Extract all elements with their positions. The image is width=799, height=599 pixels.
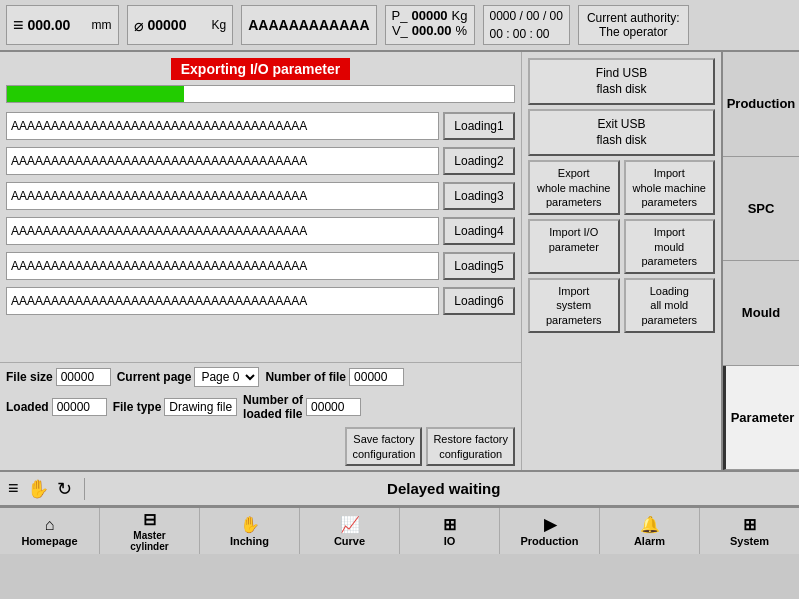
file-type-group: File type Drawing file [113, 398, 237, 416]
file-text-3: AAAAAAAAAAAAAAAAAAAAAAAAAAAAAAAAAAAAA [6, 182, 439, 210]
file-size-value: 00000 [56, 368, 111, 386]
file-size-label: File size [6, 370, 53, 384]
file-text-1: AAAAAAAAAAAAAAAAAAAAAAAAAAAAAAAAAAAAA [6, 112, 439, 140]
nav-curve-label: Curve [334, 535, 365, 547]
p-value: 00000 [411, 8, 447, 23]
export-whole-btn[interactable]: Export whole machine parameters [528, 160, 620, 215]
p-label: P_ [392, 8, 408, 23]
weight-value: 00000 [148, 17, 208, 33]
number-of-file-group: Number of file 00000 [265, 368, 404, 386]
file-row-1: AAAAAAAAAAAAAAAAAAAAAAAAAAAAAAAAAAAAA Lo… [6, 110, 515, 142]
import-whole-btn[interactable]: Import whole machine parameters [624, 160, 716, 215]
nav-alarm-label: Alarm [634, 535, 665, 547]
status-icon-2: ✋ [27, 478, 49, 500]
nav-master-cylinder-label: Master cylinder [130, 530, 168, 552]
tab-production[interactable]: Production [723, 52, 799, 157]
inching-icon: ✋ [240, 515, 260, 534]
main-area: Exporting I/O parameter AAAAAAAAAAAAAAAA… [0, 52, 799, 472]
time-block: 0000 / 00 / 00 00 : 00 : 00 [483, 5, 570, 45]
tab-spc[interactable]: SPC [723, 157, 799, 262]
action-row-2: Import I/O parameter Import mould parame… [528, 219, 715, 274]
loaded-label: Loaded [6, 400, 49, 414]
loaded-group: Loaded 00000 [6, 398, 107, 416]
homepage-icon: ⌂ [45, 516, 55, 534]
nav-tabs: Production SPC Mould Parameter [721, 52, 799, 470]
progress-bar-container [6, 85, 515, 103]
nav-inching-label: Inching [230, 535, 269, 547]
loading-btn-6[interactable]: Loading6 [443, 287, 515, 315]
io-icon: ⊞ [443, 515, 456, 534]
nav-system[interactable]: ⊞ System [700, 508, 799, 554]
status-icon-3: ↻ [57, 478, 72, 500]
import-io-btn[interactable]: Import I/O parameter [528, 219, 620, 274]
position-section: ≡ 000.00 mm [6, 5, 119, 45]
program-section: AAAAAAAAAAAA [241, 5, 376, 45]
status-icon-1: ≡ [8, 478, 19, 499]
load-all-mold-btn[interactable]: Loading all mold parameters [624, 278, 716, 333]
number-loaded-value: 00000 [306, 398, 361, 416]
authority-block: Current authority: The operator [578, 5, 689, 45]
file-row-6: AAAAAAAAAAAAAAAAAAAAAAAAAAAAAAAAAAAAA Lo… [6, 285, 515, 317]
status-divider [84, 478, 85, 500]
tab-parameter[interactable]: Parameter [723, 366, 799, 471]
nav-production[interactable]: ▶ Production [500, 508, 600, 554]
nav-io-label: IO [444, 535, 456, 547]
file-row-5: AAAAAAAAAAAAAAAAAAAAAAAAAAAAAAAAAAAAA Lo… [6, 250, 515, 282]
center-panel: Exporting I/O parameter AAAAAAAAAAAAAAAA… [0, 52, 521, 470]
nav-alarm[interactable]: 🔔 Alarm [600, 508, 700, 554]
bottom-info-area: File size 00000 Current page Page 0 Numb… [0, 362, 521, 470]
weight-section: ⌀ 00000 Kg [127, 5, 234, 45]
nav-homepage[interactable]: ⌂ Homepage [0, 508, 100, 554]
file-row-4: AAAAAAAAAAAAAAAAAAAAAAAAAAAAAAAAAAAAA Lo… [6, 215, 515, 247]
date-value: 0000 / 00 / 00 [490, 7, 563, 25]
loading-btn-5[interactable]: Loading5 [443, 252, 515, 280]
nav-master-cylinder[interactable]: ⊟ Master cylinder [100, 508, 200, 554]
time-value: 00 : 00 : 00 [490, 25, 563, 43]
number-of-file-value: 00000 [349, 368, 404, 386]
config-buttons: Save factory configuration Restore facto… [345, 427, 515, 466]
production-icon: ▶ [544, 515, 556, 534]
p-unit: Kg [452, 8, 468, 23]
number-loaded-label: Number of loaded file [243, 393, 303, 421]
right-sidebar: Find USB flash disk Exit USB flash disk … [521, 52, 721, 470]
position-unit: mm [92, 18, 112, 32]
progress-bar-fill [7, 86, 184, 102]
save-factory-btn[interactable]: Save factory configuration [345, 427, 422, 466]
nav-curve[interactable]: 📈 Curve [300, 508, 400, 554]
loaded-value: 00000 [52, 398, 107, 416]
loading-btn-3[interactable]: Loading3 [443, 182, 515, 210]
file-text-6: AAAAAAAAAAAAAAAAAAAAAAAAAAAAAAAAAAAAA [6, 287, 439, 315]
menu-icon: ≡ [13, 15, 24, 36]
authority-label: Current authority: [587, 11, 680, 25]
program-value: AAAAAAAAAAAA [248, 17, 369, 33]
master-cylinder-icon: ⊟ [143, 510, 156, 529]
nav-io[interactable]: ⊞ IO [400, 508, 500, 554]
export-title: Exporting I/O parameter [171, 58, 350, 80]
nav-production-label: Production [520, 535, 578, 547]
import-mould-btn[interactable]: Import mould parameters [624, 219, 716, 274]
loading-btn-4[interactable]: Loading4 [443, 217, 515, 245]
weight-unit: Kg [212, 18, 227, 32]
system-icon: ⊞ [743, 515, 756, 534]
restore-factory-btn[interactable]: Restore factory configuration [426, 427, 515, 466]
nav-homepage-label: Homepage [21, 535, 77, 547]
header-bar: ≡ 000.00 mm ⌀ 00000 Kg AAAAAAAAAAAA P_ 0… [0, 0, 799, 52]
action-row-1: Export whole machine parameters Import w… [528, 160, 715, 215]
weight-icon: ⌀ [134, 16, 144, 35]
file-row-3: AAAAAAAAAAAAAAAAAAAAAAAAAAAAAAAAAAAAA Lo… [6, 180, 515, 212]
file-text-4: AAAAAAAAAAAAAAAAAAAAAAAAAAAAAAAAAAAAA [6, 217, 439, 245]
number-loaded-group: Number of loaded file 00000 [243, 393, 361, 421]
bottom-nav: ⌂ Homepage ⊟ Master cylinder ✋ Inching 📈… [0, 506, 799, 554]
import-system-btn[interactable]: Import system parameters [528, 278, 620, 333]
authority-value: The operator [587, 25, 680, 39]
action-row-3: Import system parameters Loading all mol… [528, 278, 715, 333]
curve-icon: 📈 [340, 515, 360, 534]
exit-usb-btn[interactable]: Exit USB flash disk [528, 109, 715, 156]
file-size-group: File size 00000 [6, 368, 111, 386]
tab-mould[interactable]: Mould [723, 261, 799, 366]
loading-btn-1[interactable]: Loading1 [443, 112, 515, 140]
loading-btn-2[interactable]: Loading2 [443, 147, 515, 175]
find-usb-btn[interactable]: Find USB flash disk [528, 58, 715, 105]
current-page-select[interactable]: Page 0 [194, 367, 259, 387]
nav-inching[interactable]: ✋ Inching [200, 508, 300, 554]
